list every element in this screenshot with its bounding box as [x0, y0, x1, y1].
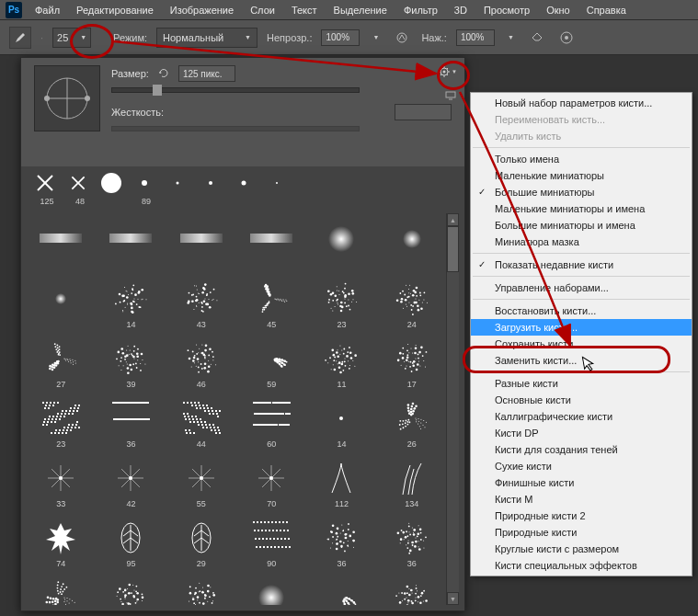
annotation-arrow: [0, 0, 698, 616]
svg-line-1300: [114, 41, 436, 74]
